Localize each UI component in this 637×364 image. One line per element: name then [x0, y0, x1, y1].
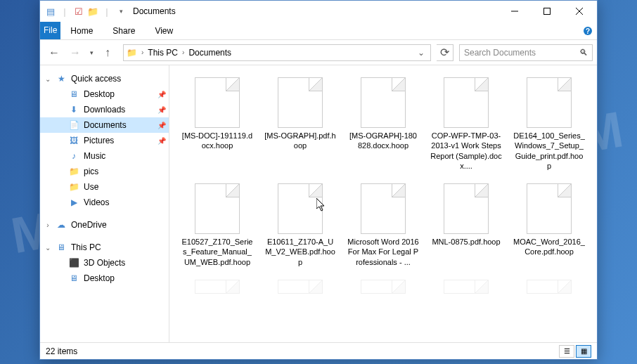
breadcrumb-current[interactable]: Documents	[186, 48, 234, 58]
refresh-button[interactable]: ⟳	[437, 44, 453, 61]
tab-view[interactable]: View	[145, 22, 183, 39]
address-dropdown-icon[interactable]: ⌄	[415, 48, 427, 58]
nav-desktop[interactable]: 🖥Desktop📌	[40, 86, 169, 102]
breadcrumb-root[interactable]: This PC	[145, 48, 181, 58]
file-name: Microsoft Word 2016 For Max For Legal Pr…	[347, 237, 419, 267]
pc-icon: 🖥	[56, 242, 67, 253]
generic-file-icon	[278, 77, 323, 128]
ribbon-help-icon[interactable]: ?	[579, 22, 597, 39]
search-placeholder: Search Documents	[464, 48, 536, 58]
chevron-right-icon[interactable]: ›	[140, 48, 145, 56]
icons-view-button[interactable]: ▦	[576, 345, 591, 358]
file-item[interactable]: COP-WFP-TMP-03-2013-v1 Work Steps Report…	[427, 74, 506, 174]
minimize-button[interactable]	[498, 1, 531, 22]
pictures-icon: 🖼	[68, 135, 79, 146]
titlebar: ▤ | ☑ 📁 | ▾ Documents	[40, 1, 597, 22]
generic-file-icon	[278, 183, 323, 234]
nav-pictures[interactable]: 🖼Pictures📌	[40, 133, 169, 148]
file-item[interactable]: MOAC_Word_2016_Core.pdf.hoop	[510, 180, 588, 271]
file-name: [MS-OGRAPH]-180828.docx.hoop	[347, 131, 419, 151]
select-icon[interactable]: ☑	[72, 5, 85, 18]
search-icon[interactable]: 🔍︎	[579, 48, 588, 58]
nav-this-pc[interactable]: ⌄🖥This PC	[40, 240, 169, 255]
qat-dropdown-icon[interactable]: ▾	[115, 5, 127, 18]
properties-icon[interactable]: ▤	[44, 5, 57, 18]
file-pane[interactable]: [MS-DOC]-191119.docx.hoop[MS-OGRAPH].pdf…	[169, 65, 597, 342]
statusbar: 22 items ☰ ▦	[40, 342, 597, 359]
cube-icon: ⬛	[68, 257, 79, 268]
documents-icon: 📄	[68, 119, 79, 131]
folder-icon[interactable]: 📁	[86, 5, 99, 18]
collapse-icon[interactable]: ⌄	[43, 244, 53, 252]
generic-file-icon	[527, 280, 572, 294]
tab-home[interactable]: Home	[60, 22, 103, 39]
chevron-right-icon[interactable]: ›	[181, 48, 186, 56]
explorer-window: ▤ | ☑ 📁 | ▾ Documents File Home Share Vi…	[39, 0, 598, 360]
folder-icon: 📁	[68, 166, 79, 177]
nav-documents[interactable]: 📄Documents📌	[40, 117, 169, 133]
recent-dropdown[interactable]: ▾	[86, 43, 96, 63]
file-item[interactable]: [MS-DOC]-191119.docx.hoop	[178, 74, 257, 174]
collapse-icon[interactable]: ⌄	[43, 75, 53, 83]
address-bar[interactable]: 📁 › This PC › Documents ⌄	[123, 44, 431, 61]
generic-file-icon	[527, 77, 572, 128]
generic-file-icon	[444, 280, 489, 294]
nav-desktop-pc[interactable]: 🖥Desktop	[40, 271, 169, 286]
divider: |	[101, 5, 113, 18]
qat-icons: ▤ | ☑ 📁 | ▾	[41, 5, 127, 18]
file-item[interactable]: E10611_Z170-A_UM_V2_WEB.pdf.hoop	[261, 180, 340, 271]
file-item[interactable]: MNL-0875.pdf.hoop	[427, 180, 506, 271]
nav-music[interactable]: ♪Music	[40, 148, 169, 164]
up-button[interactable]: ↑	[98, 43, 117, 63]
file-item[interactable]: [MS-OGRAPH].pdf.hoop	[261, 74, 340, 174]
file-item[interactable]	[427, 276, 506, 300]
generic-file-icon	[444, 77, 489, 128]
pin-icon: 📌	[157, 106, 166, 114]
nav-downloads[interactable]: ⬇Downloads📌	[40, 102, 169, 117]
nav-videos[interactable]: ▶Videos	[40, 195, 169, 210]
desktop-icon: 🖥	[68, 273, 79, 284]
file-name: MNL-0875.pdf.hoop	[432, 237, 500, 247]
file-name: DE164_100_Series_Windows_7_Setup_Guide_p…	[513, 131, 585, 171]
expand-icon[interactable]: ›	[43, 221, 53, 229]
cloud-icon: ☁	[56, 219, 67, 230]
file-item[interactable]: [MS-OGRAPH]-180828.docx.hoop	[344, 74, 423, 174]
maximize-button[interactable]	[531, 1, 563, 22]
back-button[interactable]: ←	[44, 43, 64, 63]
generic-file-icon	[195, 183, 240, 234]
generic-file-icon	[527, 183, 572, 234]
details-view-button[interactable]: ☰	[559, 345, 574, 358]
pin-icon: 📌	[157, 137, 166, 145]
file-item[interactable]: DE164_100_Series_Windows_7_Setup_Guide_p…	[510, 74, 588, 174]
nav-pane: ⌄★Quick access 🖥Desktop📌 ⬇Downloads📌 📄Do…	[40, 65, 169, 342]
file-item[interactable]	[178, 276, 257, 300]
divider: |	[58, 5, 71, 18]
svg-text:?: ?	[586, 27, 590, 35]
file-item[interactable]: E10527_Z170_Series_Feature_Manual_UM_WEB…	[178, 180, 257, 271]
file-item[interactable]	[510, 276, 588, 300]
nav-quick-access[interactable]: ⌄★Quick access	[40, 71, 169, 86]
generic-file-icon	[195, 77, 240, 128]
file-name: E10611_Z170-A_UM_V2_WEB.pdf.hoop	[264, 237, 336, 267]
file-item[interactable]	[261, 276, 340, 300]
nav-pics[interactable]: 📁pics	[40, 164, 169, 179]
desktop-icon: 🖥	[68, 89, 79, 100]
search-input[interactable]: Search Documents 🔍︎	[459, 44, 593, 61]
address-folder-icon: 📁	[127, 48, 137, 58]
generic-file-icon	[444, 183, 489, 234]
nav-onedrive[interactable]: ›☁OneDrive	[40, 217, 169, 233]
generic-file-icon	[361, 77, 406, 128]
tab-share[interactable]: Share	[103, 22, 145, 39]
nav-use[interactable]: 📁Use	[40, 179, 169, 195]
generic-file-icon	[278, 280, 323, 294]
tab-file[interactable]: File	[40, 22, 60, 39]
file-item[interactable]	[344, 276, 423, 300]
star-icon: ★	[56, 73, 67, 84]
close-button[interactable]	[563, 1, 596, 22]
file-item[interactable]: Microsoft Word 2016 For Max For Legal Pr…	[344, 180, 423, 271]
generic-file-icon	[361, 183, 406, 234]
nav-3d-objects[interactable]: ⬛3D Objects	[40, 255, 169, 271]
forward-button[interactable]: →	[65, 43, 85, 63]
pin-icon: 📌	[157, 91, 166, 98]
item-count: 22 items	[46, 346, 77, 356]
